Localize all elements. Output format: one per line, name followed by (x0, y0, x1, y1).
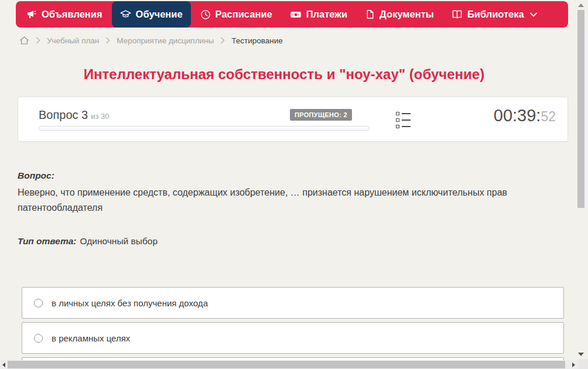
answer-type-row: Тип ответа:Одиночный выбор (18, 236, 158, 247)
answer-type-label: Тип ответа: (18, 236, 77, 246)
timer: 00:39:52 (494, 106, 556, 125)
answer-option[interactable]: в личных целях без получения дохода (22, 287, 564, 319)
home-icon[interactable] (19, 36, 29, 45)
question-list-row (396, 112, 411, 115)
answer-option-label: в рекламных целях (52, 333, 130, 343)
document-icon (365, 9, 375, 19)
banknote-icon (290, 9, 302, 20)
question-list-row (396, 118, 411, 122)
question-list-row (396, 125, 411, 128)
clock-icon (200, 9, 211, 20)
nav-item-label: Библиотека (467, 9, 524, 20)
chevron-right-icon (105, 37, 110, 44)
breadcrumb: Учебный план Мероприятие дисциплины Тест… (19, 36, 283, 45)
scrollbar-corner (579, 359, 588, 369)
scroll-down-arrow-icon[interactable] (578, 353, 584, 356)
question-header-card: Вопрос 3из 30 ПРОПУЩЕНО: 2 00:39:52 (18, 97, 568, 142)
question-label: Вопрос: (18, 170, 54, 181)
nav-item-announcements[interactable]: Объявления (18, 1, 111, 28)
scroll-up-arrow-icon[interactable] (578, 4, 584, 7)
radio-button[interactable] (34, 334, 43, 343)
breadcrumb-curriculum[interactable]: Учебный план (47, 36, 99, 45)
radio-button[interactable] (34, 299, 43, 308)
answer-option-label: в личных целях без получения дохода (52, 298, 208, 308)
horizontal-scrollbar[interactable] (0, 360, 579, 369)
open-book-icon (452, 9, 463, 20)
nav-item-payments[interactable]: Платежи (282, 1, 355, 28)
question-of-label: из 30 (91, 112, 109, 121)
page-title: Интеллектуальная собственность и "ноу-ха… (0, 66, 568, 83)
scroll-right-arrow-icon[interactable] (572, 363, 575, 367)
scroll-left-arrow-icon[interactable] (2, 363, 5, 367)
question-list-icon[interactable] (396, 112, 411, 128)
nav-item-schedule[interactable]: Расписание (192, 1, 281, 28)
question-number-label: Вопрос 3 (39, 108, 88, 121)
answer-type-value: Одиночный выбор (80, 236, 158, 246)
question-number: Вопрос 3из 30 (39, 108, 110, 122)
breadcrumb-discipline-event[interactable]: Мероприятие дисциплины (117, 36, 214, 45)
chevron-down-icon (530, 12, 537, 17)
nav-item-label: Платежи (306, 9, 347, 20)
graduation-cap-icon (120, 9, 131, 20)
megaphone-icon (26, 9, 37, 20)
nav-item-label: Объявления (42, 9, 102, 20)
timer-seconds: 52 (541, 109, 556, 124)
nav-item-label: Документы (380, 9, 434, 20)
question-progress-bar (39, 126, 370, 131)
chevron-right-icon (220, 37, 225, 44)
vertical-scrollbar-thumb[interactable] (577, 10, 584, 208)
skipped-badge: ПРОПУЩЕНО: 2 (290, 109, 352, 121)
vertical-scrollbar[interactable] (576, 0, 586, 359)
main-navbar: Объявления Обучение Расписание Платежи Д… (16, 1, 568, 28)
horizontal-scrollbar-thumb[interactable] (8, 361, 565, 368)
breadcrumb-testing: Тестирование (231, 36, 283, 45)
timer-hours-minutes: 00:39: (494, 106, 541, 125)
nav-item-education[interactable]: Обучение (112, 1, 191, 28)
question-text: Неверно, что применение средств, содержа… (18, 185, 565, 216)
nav-item-library[interactable]: Библиотека (443, 1, 545, 28)
nav-item-label: Обучение (136, 9, 183, 20)
chevron-right-icon (36, 37, 40, 44)
nav-item-documents[interactable]: Документы (357, 1, 442, 28)
nav-item-label: Расписание (216, 9, 272, 20)
answer-option[interactable]: в рекламных целях (22, 322, 564, 354)
